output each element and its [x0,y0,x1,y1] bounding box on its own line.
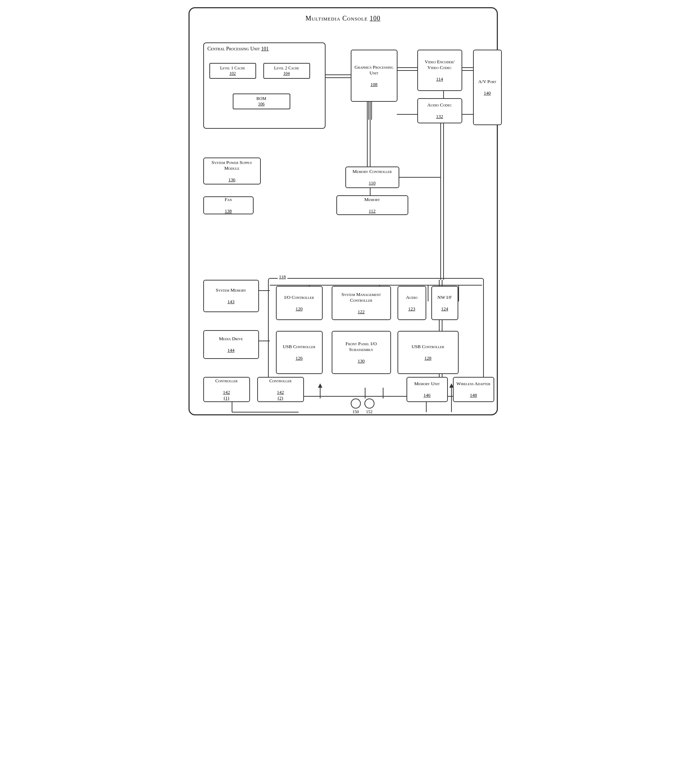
usb-152-group: 152 [364,398,374,415]
io-controller-box: I/O Controller 120 [276,286,323,320]
system-power-box: System Power Supply Module 136 [203,158,261,184]
ctrl-2-suffix: (2) [278,395,283,401]
video-encoder-label: Video Encoder/ Video Codec [421,59,459,70]
av-port-num: 140 [484,90,491,96]
cache2-label: Level 2 Cache [274,65,299,70]
usb-controller-128-box: USB Controller 128 [397,331,459,374]
usb-circles-group: 150 152 [351,398,374,415]
memory-controller-box: Memory Controller 110 [345,166,399,188]
media-drive-label: Media Drive [219,336,243,342]
usb-150-circle [351,398,361,409]
sys-mgmt-num: 122 [358,309,365,314]
audio-codec-label: Audio Codec [427,102,452,108]
ctrl-1-suffix: (1) [224,395,229,401]
memory-unit-num: 146 [423,392,431,398]
memory-unit-box: Memory Unit 146 [407,377,448,402]
nw-if-label: NW I/F [438,295,452,300]
usb-128-label: USB Controller [412,344,444,350]
ctrl-1-num: 142 [223,390,230,395]
io-bus-label: 118 [278,274,287,280]
usb-152-label: 152 [366,409,373,415]
front-panel-num: 130 [358,358,365,363]
sys-mgmt-box: System Management Controller 122 [332,286,391,320]
nw-if-num: 124 [441,306,448,311]
usb-152-circle [364,398,374,409]
sys-mgmt-label: System Management Controller [335,292,387,303]
cpu-label-text: Central Processing Unit [207,46,260,51]
rom-num: 106 [258,101,265,106]
memory-controller-label: Memory Controller [353,169,392,174]
rom-label: ROM [256,96,266,101]
ctrl-2-label: Controller [269,378,291,384]
audio-box: Audio 123 [397,286,426,320]
level2-cache-box: Level 2 Cache 104 [263,63,310,79]
media-drive-box: Media Drive 144 [203,330,259,359]
fan-box: Fan 138 [203,196,253,214]
title-num: 100 [370,15,381,22]
outer-box: Multimedia Console 100 [188,7,498,416]
usb-150-label: 150 [353,409,359,415]
cpu-num: 101 [261,46,269,51]
io-controller-label: I/O Controller [284,295,314,300]
diagram-wrapper: Multimedia Console 100 [188,7,498,416]
cache1-num: 102 [230,71,236,76]
diagram-inner: Central Processing Unit 101 Level 1 Cach… [196,28,490,406]
rom-box: ROM 106 [233,93,290,109]
controller-142-2-box: Controller 142(2) [257,377,304,402]
controller-142-1-box: Controller 142(1) [203,377,250,402]
media-drive-num: 144 [227,347,235,353]
wireless-num: 148 [470,392,477,398]
usb-126-num: 126 [296,355,303,361]
system-power-label: System Power Supply Module [207,160,257,171]
wireless-adapter-box: Wireless Adapter 148 [453,377,494,402]
usb-controller-126-box: USB Controller 126 [276,331,323,374]
system-memory-box: System Memory 143 [203,280,259,312]
main-title: Multimedia Console 100 [196,15,490,22]
video-encoder-box: Video Encoder/ Video Codec 114 [417,50,462,91]
cpu-box: Central Processing Unit 101 Level 1 Cach… [203,42,325,129]
memory-num: 112 [369,208,376,214]
audio-num: 123 [408,306,415,311]
ctrl-2-num: 142 [277,390,284,395]
gpu-num: 108 [371,81,378,87]
ctrl-1-label: Controller [215,378,237,384]
usb-126-label: USB Controller [283,344,315,350]
io-controller-num: 120 [296,306,303,311]
memory-unit-label: Memory Unit [414,381,439,386]
cpu-label: Central Processing Unit 101 [207,46,269,52]
usb-150-group: 150 [351,398,361,415]
front-panel-box: Front Panel I/O Subassembly 130 [332,331,391,374]
io-bus-num: 118 [279,274,286,279]
fan-label: Fan [224,197,232,202]
system-power-num: 136 [229,177,236,183]
memory-box: Memory 112 [336,195,408,215]
memory-label: Memory [364,197,380,202]
gpu-label: Graphics Processing Unit [354,64,394,76]
audio-codec-box: Audio Codec 132 [417,98,462,123]
nw-if-box: NW I/F 124 [431,286,458,320]
audio-codec-num: 132 [436,114,443,119]
cache2-num: 104 [283,71,290,76]
wireless-label: Wireless Adapter [456,381,491,386]
audio-label: Audio [406,295,418,300]
gpu-box: Graphics Processing Unit 108 [351,50,397,102]
system-memory-label: System Memory [216,287,247,293]
fan-num: 138 [225,208,232,214]
video-encoder-num: 114 [436,76,443,81]
title-text: Multimedia Console [305,15,368,22]
front-panel-label: Front Panel I/O Subassembly [335,341,387,352]
memory-controller-num: 110 [369,180,376,186]
level1-cache-box: Level 1 Cache 102 [209,63,256,79]
usb-128-num: 128 [425,355,432,361]
av-port-box: A/V Port 140 [473,50,502,125]
cache1-label: Level 1 Cache [220,65,245,70]
system-memory-num: 143 [227,299,235,304]
av-port-label: A/V Port [478,79,496,85]
